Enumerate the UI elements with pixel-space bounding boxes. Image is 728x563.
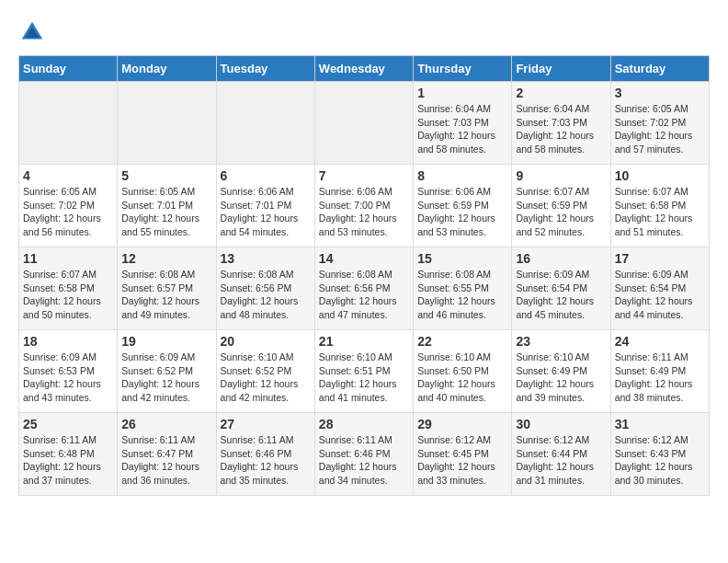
day-number: 11 [23, 251, 113, 266]
day-info: Sunrise: 6:05 AM Sunset: 7:02 PM Dayligh… [23, 185, 113, 239]
calendar-week-5: 25Sunrise: 6:11 AM Sunset: 6:48 PM Dayli… [19, 413, 710, 496]
weekday-header-thursday: Thursday [414, 56, 512, 82]
calendar-cell: 17Sunrise: 6:09 AM Sunset: 6:54 PM Dayli… [610, 247, 709, 330]
day-number: 13 [221, 251, 311, 266]
day-number: 12 [121, 251, 211, 266]
day-number: 8 [417, 168, 507, 183]
day-info: Sunrise: 6:12 AM Sunset: 6:45 PM Dayligh… [417, 433, 507, 488]
day-number: 16 [516, 251, 606, 266]
calendar-week-1: 1Sunrise: 6:04 AM Sunset: 7:03 PM Daylig… [19, 82, 710, 165]
calendar-cell: 10Sunrise: 6:07 AM Sunset: 6:58 PM Dayli… [610, 165, 709, 247]
day-number: 4 [23, 168, 113, 183]
calendar-cell [216, 82, 314, 165]
calendar-cell: 20Sunrise: 6:10 AM Sunset: 6:52 PM Dayli… [216, 330, 314, 413]
day-number: 25 [23, 417, 113, 431]
day-info: Sunrise: 6:09 AM Sunset: 6:53 PM Dayligh… [23, 350, 113, 405]
day-number: 3 [615, 86, 705, 100]
day-info: Sunrise: 6:10 AM Sunset: 6:49 PM Dayligh… [516, 350, 606, 405]
weekday-header-saturday: Saturday [610, 56, 709, 82]
calendar-cell: 9Sunrise: 6:07 AM Sunset: 6:59 PM Daylig… [512, 165, 610, 247]
day-info: Sunrise: 6:10 AM Sunset: 6:51 PM Dayligh… [319, 350, 409, 405]
calendar-cell: 23Sunrise: 6:10 AM Sunset: 6:49 PM Dayli… [512, 330, 610, 413]
calendar-cell: 30Sunrise: 6:12 AM Sunset: 6:44 PM Dayli… [512, 413, 610, 496]
calendar-cell: 3Sunrise: 6:05 AM Sunset: 7:02 PM Daylig… [610, 82, 709, 165]
weekday-header-friday: Friday [512, 56, 610, 82]
day-number: 31 [615, 417, 705, 431]
calendar-cell [118, 82, 216, 165]
weekday-header-monday: Monday [118, 56, 216, 82]
calendar-cell: 6Sunrise: 6:06 AM Sunset: 7:01 PM Daylig… [216, 165, 314, 247]
calendar-cell: 1Sunrise: 6:04 AM Sunset: 7:03 PM Daylig… [414, 82, 512, 165]
day-number: 22 [417, 334, 507, 349]
calendar-week-3: 11Sunrise: 6:07 AM Sunset: 6:58 PM Dayli… [19, 247, 710, 330]
calendar-week-2: 4Sunrise: 6:05 AM Sunset: 7:02 PM Daylig… [19, 165, 710, 247]
calendar-cell: 4Sunrise: 6:05 AM Sunset: 7:02 PM Daylig… [19, 165, 118, 247]
calendar-header: SundayMondayTuesdayWednesdayThursdayFrid… [19, 56, 710, 82]
day-number: 9 [516, 168, 606, 183]
day-info: Sunrise: 6:05 AM Sunset: 7:01 PM Dayligh… [121, 185, 211, 239]
day-info: Sunrise: 6:11 AM Sunset: 6:46 PM Dayligh… [221, 433, 311, 488]
day-info: Sunrise: 6:06 AM Sunset: 6:59 PM Dayligh… [417, 185, 507, 239]
day-number: 28 [319, 417, 409, 431]
calendar-cell: 31Sunrise: 6:12 AM Sunset: 6:43 PM Dayli… [610, 413, 709, 496]
logo-icon [18, 18, 46, 46]
day-info: Sunrise: 6:08 AM Sunset: 6:56 PM Dayligh… [319, 268, 409, 322]
day-number: 23 [516, 334, 606, 349]
day-number: 27 [221, 417, 311, 431]
calendar-week-4: 18Sunrise: 6:09 AM Sunset: 6:53 PM Dayli… [19, 330, 710, 413]
day-info: Sunrise: 6:08 AM Sunset: 6:57 PM Dayligh… [121, 268, 211, 322]
day-info: Sunrise: 6:11 AM Sunset: 6:48 PM Dayligh… [23, 433, 113, 488]
calendar-cell: 12Sunrise: 6:08 AM Sunset: 6:57 PM Dayli… [118, 247, 216, 330]
calendar-cell: 15Sunrise: 6:08 AM Sunset: 6:55 PM Dayli… [414, 247, 512, 330]
calendar-cell: 7Sunrise: 6:06 AM Sunset: 7:00 PM Daylig… [314, 165, 413, 247]
day-number: 30 [516, 417, 606, 431]
day-info: Sunrise: 6:11 AM Sunset: 6:49 PM Dayligh… [615, 350, 705, 405]
calendar-cell: 14Sunrise: 6:08 AM Sunset: 6:56 PM Dayli… [314, 247, 413, 330]
page-header [18, 18, 710, 46]
calendar-cell: 8Sunrise: 6:06 AM Sunset: 6:59 PM Daylig… [414, 165, 512, 247]
calendar-cell: 26Sunrise: 6:11 AM Sunset: 6:47 PM Dayli… [118, 413, 216, 496]
day-number: 29 [417, 417, 507, 431]
calendar-cell: 21Sunrise: 6:10 AM Sunset: 6:51 PM Dayli… [314, 330, 413, 413]
day-number: 21 [319, 334, 409, 349]
calendar-cell [314, 82, 413, 165]
day-info: Sunrise: 6:09 AM Sunset: 6:54 PM Dayligh… [516, 268, 606, 322]
day-info: Sunrise: 6:11 AM Sunset: 6:47 PM Dayligh… [121, 433, 211, 488]
day-info: Sunrise: 6:04 AM Sunset: 7:03 PM Dayligh… [417, 102, 507, 156]
day-info: Sunrise: 6:06 AM Sunset: 7:01 PM Dayligh… [221, 185, 311, 239]
calendar-cell: 18Sunrise: 6:09 AM Sunset: 6:53 PM Dayli… [19, 330, 118, 413]
calendar-cell: 5Sunrise: 6:05 AM Sunset: 7:01 PM Daylig… [118, 165, 216, 247]
day-info: Sunrise: 6:09 AM Sunset: 6:54 PM Dayligh… [615, 268, 705, 322]
day-info: Sunrise: 6:12 AM Sunset: 6:43 PM Dayligh… [615, 433, 705, 488]
day-info: Sunrise: 6:10 AM Sunset: 6:52 PM Dayligh… [221, 350, 311, 405]
calendar-cell: 2Sunrise: 6:04 AM Sunset: 7:03 PM Daylig… [512, 82, 610, 165]
calendar-cell: 11Sunrise: 6:07 AM Sunset: 6:58 PM Dayli… [19, 247, 118, 330]
calendar-body: 1Sunrise: 6:04 AM Sunset: 7:03 PM Daylig… [19, 82, 710, 496]
day-info: Sunrise: 6:07 AM Sunset: 6:58 PM Dayligh… [23, 268, 113, 322]
calendar-cell [19, 82, 118, 165]
weekday-header-tuesday: Tuesday [216, 56, 314, 82]
calendar-cell: 19Sunrise: 6:09 AM Sunset: 6:52 PM Dayli… [118, 330, 216, 413]
logo [18, 18, 50, 46]
day-number: 19 [121, 334, 211, 349]
day-number: 7 [319, 168, 409, 183]
calendar-table: SundayMondayTuesdayWednesdayThursdayFrid… [18, 55, 710, 496]
calendar-cell: 16Sunrise: 6:09 AM Sunset: 6:54 PM Dayli… [512, 247, 610, 330]
day-info: Sunrise: 6:06 AM Sunset: 7:00 PM Dayligh… [319, 185, 409, 239]
calendar-cell: 22Sunrise: 6:10 AM Sunset: 6:50 PM Dayli… [414, 330, 512, 413]
day-info: Sunrise: 6:08 AM Sunset: 6:56 PM Dayligh… [221, 268, 311, 322]
calendar-cell: 28Sunrise: 6:11 AM Sunset: 6:46 PM Dayli… [314, 413, 413, 496]
day-info: Sunrise: 6:07 AM Sunset: 6:58 PM Dayligh… [615, 185, 705, 239]
day-info: Sunrise: 6:10 AM Sunset: 6:50 PM Dayligh… [417, 350, 507, 405]
day-number: 17 [615, 251, 705, 266]
calendar-cell: 25Sunrise: 6:11 AM Sunset: 6:48 PM Dayli… [19, 413, 118, 496]
day-info: Sunrise: 6:09 AM Sunset: 6:52 PM Dayligh… [121, 350, 211, 405]
day-info: Sunrise: 6:07 AM Sunset: 6:59 PM Dayligh… [516, 185, 606, 239]
day-info: Sunrise: 6:08 AM Sunset: 6:55 PM Dayligh… [417, 268, 507, 322]
weekday-header-wednesday: Wednesday [314, 56, 413, 82]
weekday-header-row: SundayMondayTuesdayWednesdayThursdayFrid… [19, 56, 710, 82]
day-info: Sunrise: 6:04 AM Sunset: 7:03 PM Dayligh… [516, 102, 606, 156]
day-number: 5 [121, 168, 211, 183]
day-number: 2 [516, 86, 606, 100]
day-info: Sunrise: 6:05 AM Sunset: 7:02 PM Dayligh… [615, 102, 705, 156]
